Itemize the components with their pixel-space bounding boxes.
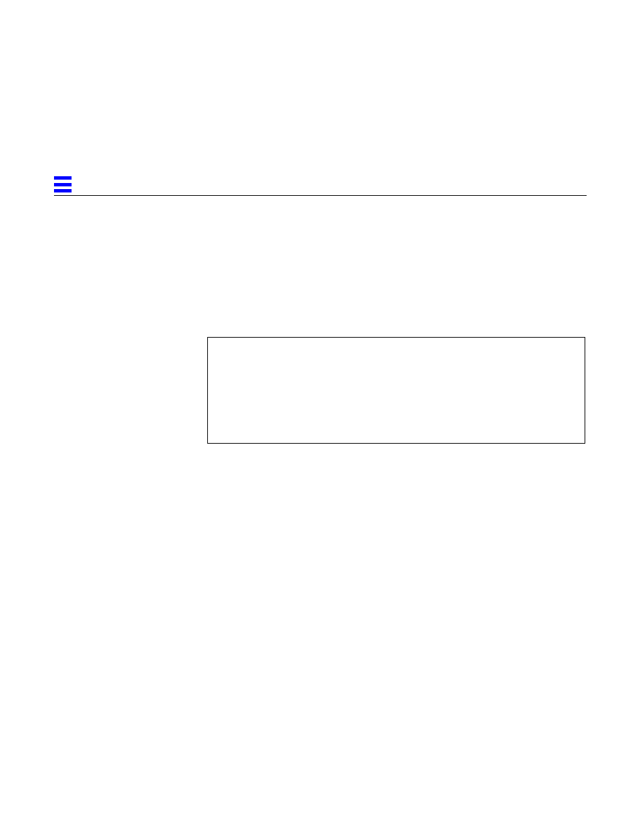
content-box — [207, 337, 585, 444]
logo-bar — [54, 189, 72, 192]
logo-bar — [54, 176, 72, 180]
page-header — [54, 176, 587, 196]
sun-logo-icon — [54, 176, 72, 192]
logo-bar — [54, 183, 72, 186]
